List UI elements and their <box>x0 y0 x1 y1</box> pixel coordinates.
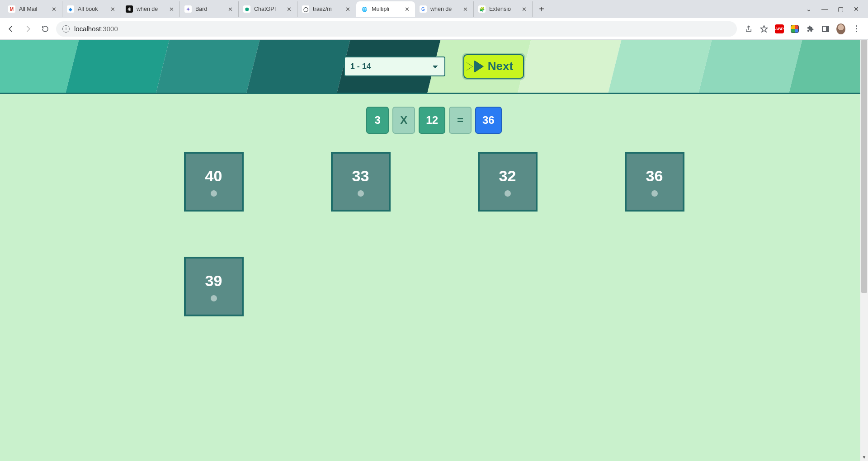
tab-favicon: ⬢ <box>243 5 250 13</box>
answer-dot-icon <box>211 295 217 301</box>
tab-favicon: ✳ <box>126 5 133 13</box>
browser-tab[interactable]: ✦Bard✕ <box>180 1 239 17</box>
answer-tile[interactable]: 32 <box>478 152 538 212</box>
svg-marker-0 <box>761 25 768 32</box>
tab-close-icon[interactable]: ✕ <box>168 6 175 13</box>
tab-close-icon[interactable]: ✕ <box>51 6 57 13</box>
app-header: 1 - 14 Next <box>0 40 868 94</box>
tab-title: Extensio <box>489 6 517 12</box>
tab-title: traez/m <box>313 6 341 12</box>
tab-close-icon[interactable]: ✕ <box>344 6 351 13</box>
browser-tab[interactable]: 🌐Multipli✕ <box>356 1 415 17</box>
answer-dot-icon <box>651 190 658 197</box>
browser-chrome: MAll Mail✕◆All book✕✳when de✕✦Bard✕⬢Chat… <box>0 0 868 40</box>
answer-value: 32 <box>499 167 516 185</box>
tab-bar: MAll Mail✕◆All book✕✳when de✕✦Bard✕⬢Chat… <box>0 0 868 18</box>
window-controls: ⌄—▢✕ <box>806 5 864 13</box>
close-window-icon[interactable]: ✕ <box>854 5 859 13</box>
maximize-icon[interactable]: ▢ <box>838 5 844 13</box>
answer-value: 40 <box>205 167 222 185</box>
tab-title: when de <box>430 6 458 12</box>
next-button-label: Next <box>488 59 513 73</box>
tab-favicon: 🧩 <box>478 5 486 13</box>
browser-tab[interactable]: ⬢ChatGPT✕ <box>239 1 297 17</box>
answer-tile[interactable]: 36 <box>625 152 684 212</box>
play-icon <box>474 61 483 72</box>
tab-favicon: 🌐 <box>361 5 368 13</box>
site-info-icon[interactable]: i <box>62 25 70 33</box>
adblock-extension-icon[interactable]: ABP <box>775 24 784 33</box>
tab-close-icon[interactable]: ✕ <box>521 6 528 13</box>
answer-tile[interactable]: 33 <box>331 152 391 212</box>
next-button[interactable]: Next <box>463 54 524 79</box>
side-panel-icon[interactable] <box>821 24 830 33</box>
bookmark-star-icon[interactable] <box>760 24 769 33</box>
equation-operand-b: 12 <box>419 107 445 134</box>
tab-close-icon[interactable]: ✕ <box>109 6 116 13</box>
range-select[interactable]: 1 - 14 <box>344 56 445 76</box>
equation-equals: = <box>449 107 472 134</box>
tab-favicon: ◯ <box>302 5 309 13</box>
tab-favicon: G <box>420 5 427 13</box>
tab-title: All Mail <box>19 6 47 12</box>
equation-answer: 36 <box>475 107 502 134</box>
tab-title: All book <box>78 6 106 12</box>
reload-button[interactable] <box>39 23 52 35</box>
browser-tab[interactable]: Gwhen de✕ <box>415 1 474 17</box>
tab-favicon: ✦ <box>184 5 192 13</box>
page-viewport: 1 - 14 Next 3 X 12 = 36 4033323639 ▲ ▼ <box>0 40 868 461</box>
browser-tab[interactable]: ✳when de✕ <box>121 1 180 17</box>
browser-tab[interactable]: MAll Mail✕ <box>4 1 62 17</box>
address-bar: i localhost:3000 ABP <box>0 18 868 40</box>
new-tab-button[interactable]: + <box>535 3 548 15</box>
tab-close-icon[interactable]: ✕ <box>286 6 292 13</box>
minimize-icon[interactable]: — <box>821 5 828 13</box>
answer-value: 39 <box>205 272 222 290</box>
tab-close-icon[interactable]: ✕ <box>227 6 234 13</box>
tab-title: Bard <box>195 6 223 12</box>
answer-tile[interactable]: 39 <box>184 257 244 316</box>
answer-dot-icon <box>505 190 511 197</box>
profile-avatar[interactable] <box>836 24 845 33</box>
extension-color-icon[interactable] <box>790 24 799 33</box>
tab-favicon: M <box>8 5 15 13</box>
browser-tab[interactable]: 🧩Extensio✕ <box>474 1 533 17</box>
answer-dot-icon <box>211 190 217 197</box>
url-display: localhost:3000 <box>74 25 118 33</box>
content-area: 3 X 12 = 36 4033323639 <box>0 94 868 461</box>
tabs-dropdown-icon[interactable]: ⌄ <box>806 5 811 13</box>
forward-button[interactable] <box>22 23 34 35</box>
answer-value: 33 <box>352 167 369 185</box>
answer-tile[interactable]: 40 <box>184 152 244 212</box>
vertical-scrollbar[interactable]: ▲ ▼ <box>860 40 868 461</box>
scroll-down-arrow-icon[interactable]: ▼ <box>860 453 868 461</box>
tab-favicon: ◆ <box>67 5 74 13</box>
omnibox[interactable]: i localhost:3000 <box>56 21 737 37</box>
share-icon[interactable] <box>744 24 753 33</box>
equation-row: 3 X 12 = 36 <box>0 107 868 134</box>
extensions-puzzle-icon[interactable] <box>806 24 815 33</box>
answers-grid: 4033323639 <box>122 152 746 316</box>
back-button[interactable] <box>5 23 17 35</box>
tab-title: Multipli <box>372 6 400 12</box>
browser-tab[interactable]: ◆All book✕ <box>62 1 121 17</box>
equation-operand-a: 3 <box>366 107 389 134</box>
menu-kebab-icon[interactable] <box>852 24 861 33</box>
tab-title: when de <box>137 6 165 12</box>
browser-tab[interactable]: ◯traez/m✕ <box>297 1 356 17</box>
equation-operator: X <box>392 107 415 134</box>
tab-title: ChatGPT <box>254 6 282 12</box>
tab-close-icon[interactable]: ✕ <box>404 6 410 13</box>
toolbar-right: ABP <box>741 24 863 33</box>
answer-dot-icon <box>358 190 364 197</box>
answer-value: 36 <box>646 167 663 185</box>
url-host: localhost <box>74 25 101 33</box>
scroll-thumb[interactable] <box>861 40 867 293</box>
tab-close-icon[interactable]: ✕ <box>462 6 469 13</box>
url-path: :3000 <box>101 25 118 33</box>
